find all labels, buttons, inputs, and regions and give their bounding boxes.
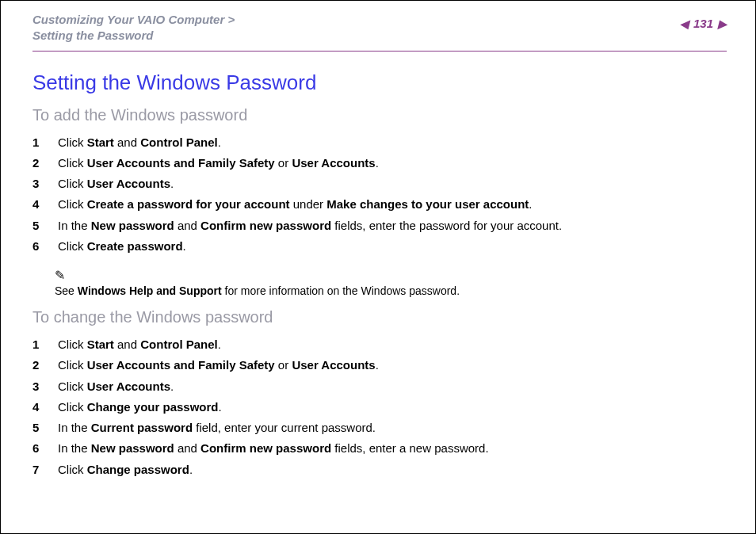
step-text: Click User Accounts. [58,376,174,397]
step-item: 1Click Start and Control Panel. [32,334,727,355]
step-text: Click Change password. [58,460,193,480]
step-number: 3 [32,376,44,397]
step-item: 4Click Create a password for your accoun… [32,194,727,215]
step-number: 4 [32,397,44,418]
step-number: 7 [32,460,44,480]
note-text: See Windows Help and Support for more in… [55,284,727,297]
section-add-heading: To add the Windows password [32,106,727,124]
step-number: 1 [32,132,44,153]
step-item: 7Click Change password. [32,460,727,480]
step-text: Click User Accounts. [58,174,174,194]
page-title: Setting the Windows Password [32,71,727,95]
step-item: 1Click Start and Control Panel. [32,132,727,153]
section-change-heading: To change the Windows password [32,308,727,326]
step-number: 3 [32,174,44,194]
step-number: 2 [32,153,44,174]
note: ✎ See Windows Help and Support for more … [55,268,727,297]
prev-page-icon[interactable]: ◀ [680,17,689,30]
step-item: 2Click User Accounts and Family Safety o… [32,355,727,376]
step-item: 5In the Current password field, enter yo… [32,418,727,438]
step-text: Click Start and Control Panel. [58,132,221,153]
step-item: 3Click User Accounts. [32,174,727,194]
step-text: Click User Accounts and Family Safety or… [58,355,379,376]
step-item: 6Click Create password. [32,236,727,257]
step-item: 3Click User Accounts. [32,376,727,397]
step-number: 2 [32,355,44,376]
steps-change: 1Click Start and Control Panel.2Click Us… [32,334,727,480]
step-number: 5 [32,216,44,236]
step-number: 4 [32,194,44,215]
breadcrumb-line-1: Customizing Your VAIO Computer > [32,12,235,28]
step-item: 4Click Change your password. [32,397,727,418]
step-text: Click Start and Control Panel. [58,334,221,355]
breadcrumb-line-2: Setting the Password [32,28,235,44]
step-item: 2Click User Accounts and Family Safety o… [32,153,727,174]
step-item: 5In the New password and Confirm new pas… [32,216,727,236]
breadcrumb: Customizing Your VAIO Computer > Setting… [32,12,235,44]
steps-add: 1Click Start and Control Panel.2Click Us… [32,132,727,257]
step-number: 5 [32,418,44,438]
step-text: In the Current password field, enter you… [58,418,376,438]
step-number: 6 [32,236,44,257]
page-nav: ◀ 131 ▶ [680,17,727,30]
step-number: 6 [32,438,44,459]
page-content: Setting the Windows Password To add the … [1,51,755,480]
note-icon: ✎ [55,268,727,283]
step-text: In the New password and Confirm new pass… [58,438,489,459]
step-item: 6In the New password and Confirm new pas… [32,438,727,459]
step-text: In the New password and Confirm new pass… [58,216,562,236]
step-text: Click Change your password. [58,397,222,418]
next-page-icon[interactable]: ▶ [718,17,727,30]
page-number: 131 [693,17,713,30]
step-text: Click User Accounts and Family Safety or… [58,153,379,174]
step-text: Click Create password. [58,236,186,257]
step-number: 1 [32,334,44,355]
page-header: Customizing Your VAIO Computer > Setting… [1,1,755,49]
step-text: Click Create a password for your account… [58,194,533,215]
